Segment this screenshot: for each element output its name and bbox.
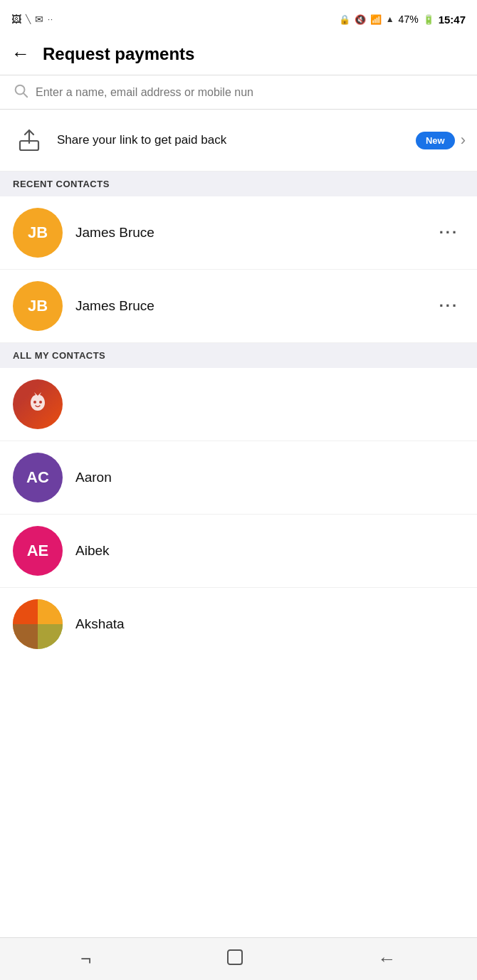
svg-rect-9 [228,950,242,964]
home-nav-button[interactable] [214,942,256,977]
battery-percent: 47% [399,14,419,25]
back-button[interactable]: ← [11,43,30,65]
status-right-icons: 🔒 🔇 📶 ▲ 47% 🔋 15:47 [339,14,466,26]
antenna-icon: ╲ [26,14,31,24]
header: ← Request payments [0,36,477,75]
search-input[interactable] [36,86,464,99]
message-icon: ✉ [35,14,43,25]
all-contacts-header: ALL MY CONTACTS [0,343,477,368]
contact-item[interactable]: JB James Bruce ··· [0,196,477,270]
share-link-icon [11,122,47,158]
more-options-button[interactable]: ··· [434,221,464,245]
contact-item[interactable]: AE Aibek [0,515,477,588]
contact-name: Aaron [75,470,464,485]
avatar: AC [13,453,63,502]
avatar [13,379,63,429]
contact-item[interactable] [0,368,477,441]
bottom-nav: ⌐ ← [0,937,477,980]
recents-nav-button[interactable]: ⌐ [69,942,103,976]
avatar [13,599,63,649]
svg-point-4 [33,401,36,404]
page-content: ← Request payments Share your link to ge… [0,36,477,980]
search-container [0,75,477,110]
back-nav-button[interactable]: ← [367,942,408,976]
chevron-right-icon: › [461,131,466,149]
wifi-icon: 📶 [370,14,382,25]
new-badge: New [416,132,455,149]
contact-name: James Bruce [75,225,434,241]
share-link-right: New › [416,131,466,149]
status-bar: 🖼 ╲ ✉ ·· 🔒 🔇 📶 ▲ 47% 🔋 15:47 [0,0,477,36]
lock-icon: 🔒 [339,14,350,25]
contact-name: James Bruce [75,298,434,314]
contact-item[interactable]: AC Aaron [0,441,477,515]
contact-item[interactable]: Akshata [0,588,477,655]
status-time: 15:47 [439,14,466,26]
svg-point-5 [39,401,42,404]
avatar: JB [13,208,63,258]
share-link-banner[interactable]: Share your link to get paid back New › [0,110,477,172]
recent-contacts-header: RECENT CONTACTS [0,172,477,196]
more-options-button[interactable]: ··· [434,294,464,318]
contact-name: Akshata [75,616,464,632]
svg-line-1 [23,93,27,97]
dots-icon: ·· [48,15,53,23]
avatar: JB [13,281,63,331]
share-link-text: Share your link to get paid back [57,132,416,149]
mute-icon: 🔇 [355,14,366,25]
image-icon: 🖼 [11,14,21,25]
page-title: Request payments [43,44,194,64]
search-icon [13,83,28,102]
contact-name: Aibek [75,543,464,559]
svg-rect-8 [13,624,63,649]
battery-icon: 🔋 [423,14,434,25]
avatar: AE [13,526,63,576]
contact-item[interactable]: JB James Bruce ··· [0,270,477,343]
signal-icon: ▲ [386,14,394,24]
status-left-icons: 🖼 ╲ ✉ ·· [11,14,53,25]
